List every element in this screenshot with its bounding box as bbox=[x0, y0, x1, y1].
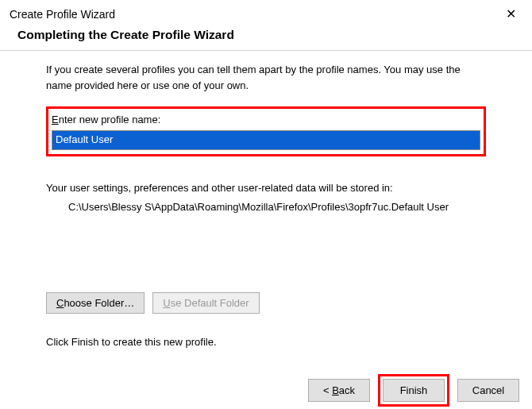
content-area: If you create several profiles you can t… bbox=[0, 62, 532, 350]
divider bbox=[0, 50, 532, 51]
window-title: Create Profile Wizard bbox=[10, 8, 115, 21]
titlebar: Create Profile Wizard ✕ bbox=[0, 0, 532, 26]
storage-label: Your user settings, preferences and othe… bbox=[46, 180, 486, 196]
profile-name-label: Enter new profile name: bbox=[52, 112, 480, 128]
label-rest: nter new profile name: bbox=[59, 114, 161, 125]
cancel-button[interactable]: Cancel bbox=[457, 379, 519, 402]
highlight-profile-name: Enter new profile name: Default User bbox=[46, 106, 486, 156]
finish-instruction: Click Finish to create this new profile. bbox=[46, 334, 486, 350]
profile-name-input-wrap[interactable]: Default User bbox=[52, 129, 480, 151]
choose-folder-button[interactable]: Choose Folder… bbox=[46, 292, 145, 314]
page-title: Completing the Create Profile Wizard bbox=[0, 26, 532, 50]
folder-buttons-row: Choose Folder… Use Default Folder bbox=[46, 292, 486, 314]
use-default-folder-button: Use Default Folder bbox=[152, 292, 259, 314]
intro-text: If you create several profiles you can t… bbox=[46, 62, 486, 94]
storage-path: C:\Users\Blessy S\AppData\Roaming\Mozill… bbox=[46, 199, 475, 215]
close-icon[interactable]: ✕ bbox=[499, 6, 522, 21]
label-accel: E bbox=[52, 114, 59, 125]
finish-button[interactable]: Finish bbox=[383, 379, 445, 402]
back-button[interactable]: < Back bbox=[308, 379, 370, 402]
profile-name-input[interactable]: Default User bbox=[52, 130, 480, 150]
footer-buttons: < Back Finish Cancel bbox=[0, 374, 532, 407]
highlight-finish: Finish bbox=[378, 374, 449, 407]
